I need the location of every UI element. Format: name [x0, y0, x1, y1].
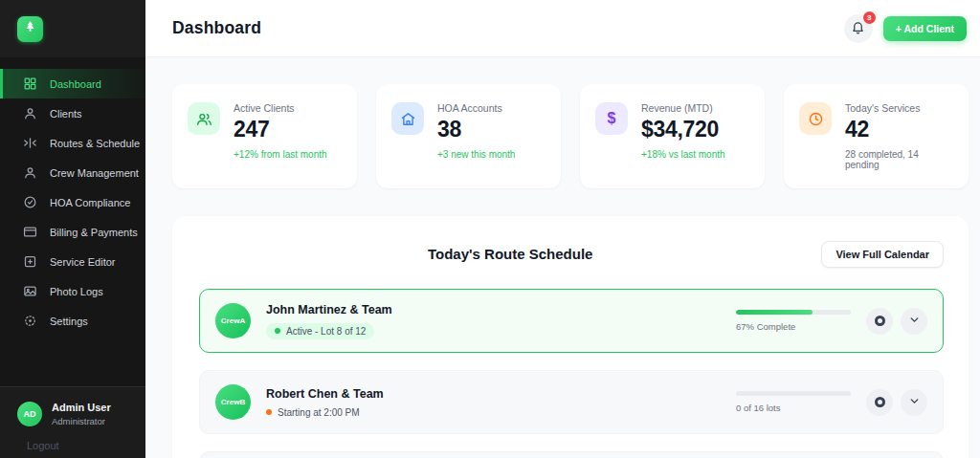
expand-button[interactable] [901, 308, 927, 335]
sidebar-item-label: Billing & Payments [50, 227, 138, 238]
sidebar-item-label: Photo Logs [50, 286, 103, 297]
stat-card: Active Clients 247 +12% from last month [172, 84, 357, 188]
locate-icon [875, 316, 885, 326]
photo-icon [23, 284, 37, 298]
stat-note: +12% from last month [234, 149, 327, 160]
stat-label: Today's Services [845, 102, 953, 114]
clock-icon [799, 102, 832, 135]
tree-icon [23, 20, 37, 38]
view-full-calendar-button[interactable]: View Full Calendar [821, 241, 944, 268]
stat-value: 38 [437, 117, 515, 142]
top-header: Dashboard 3 + Add Client [145, 0, 980, 57]
grid-icon [23, 76, 37, 91]
content-area: Active Clients 247 +12% from last month … [145, 57, 980, 458]
route-crew-name: John Martinez & Team [266, 303, 392, 316]
locate-button[interactable] [866, 389, 893, 416]
crew-avatar: CrewA [215, 303, 251, 338]
sidebar-item-settings[interactable]: Settings [0, 306, 145, 336]
sidebar-item-clients[interactable]: Clients [0, 98, 145, 128]
logout-button[interactable]: Logout [27, 440, 145, 451]
dollar-icon: $ [595, 102, 628, 135]
route-status: Starting at 2:00 PM [266, 407, 384, 418]
schedule-header: Today's Route Schedule View Full Calenda… [199, 241, 944, 268]
sidebar-item-routes-schedule[interactable]: Routes & Schedule [0, 128, 145, 158]
user-icon [23, 165, 37, 180]
stat-card: $ Revenue (MTD) $34,720 +18% vs last mon… [580, 84, 765, 188]
sidebar: Dashboard Clients Routes & Schedule Crew… [0, 0, 145, 458]
sidebar-item-hoa-compliance[interactable]: HOA Compliance [0, 187, 145, 217]
chevron-down-icon [908, 395, 921, 410]
stat-value: 247 [234, 117, 327, 142]
route-crew-name: Robert Chen & Team [266, 387, 384, 401]
stats-row: Active Clients 247 +12% from last month … [172, 84, 969, 188]
stat-label: HOA Accounts [437, 102, 515, 114]
stat-label: Revenue (MTD) [641, 102, 725, 114]
route-list: CrewA John Martinez & Team Active - Lot … [199, 289, 944, 458]
status-text: Active - Lot 8 of 12 [286, 326, 366, 337]
user-name: Admin User [52, 402, 111, 413]
route-status: Active - Lot 8 of 12 [266, 323, 392, 339]
expand-button[interactable] [901, 389, 927, 416]
page-title: Dashboard [172, 18, 261, 38]
sidebar-item-label: Crew Management [50, 167, 139, 179]
square-plus-icon [23, 254, 37, 269]
bell-icon [851, 20, 865, 37]
sidebar-item-label: Routes & Schedule [50, 138, 140, 149]
avatar: AD [17, 402, 42, 426]
route-progress: 67% Complete [736, 310, 851, 332]
stat-card: Today's Services 42 28 completed, 14 pen… [784, 84, 969, 188]
app-logo[interactable] [17, 16, 43, 42]
stat-note: +18% vs last month [641, 149, 725, 160]
sidebar-item-label: Service Editor [50, 256, 115, 268]
app-root: Dashboard Clients Routes & Schedule Crew… [0, 0, 980, 458]
locate-icon [875, 397, 885, 407]
stat-value: 42 [845, 117, 953, 142]
add-client-button[interactable]: + Add Client [883, 16, 967, 41]
stat-card: HOA Accounts 38 +3 new this month [376, 84, 561, 188]
sidebar-item-label: HOA Compliance [50, 197, 130, 208]
route-card[interactable]: CrewA John Martinez & Team Active - Lot … [199, 289, 944, 353]
sidebar-item-crew-management[interactable]: Crew Management [0, 158, 145, 187]
chevron-down-icon [908, 314, 921, 329]
sidebar-item-label: Settings [50, 316, 88, 327]
sidebar-item-label: Clients [50, 108, 82, 120]
users-icon [188, 102, 220, 135]
main-area: Dashboard 3 + Add Client Active Clients … [145, 0, 980, 458]
route-schedule-panel: Today's Route Schedule View Full Calenda… [172, 216, 969, 458]
credit-card-icon [23, 225, 37, 239]
sidebar-item-photo-logs[interactable]: Photo Logs [0, 276, 145, 306]
status-text: Starting at 2:00 PM [278, 407, 360, 418]
sidebar-item-service-editor[interactable]: Service Editor [0, 247, 145, 276]
user-role: Administrator [52, 416, 111, 426]
route-card[interactable]: CrewC David Lopez & Team [199, 451, 944, 458]
crew-avatar: CrewB [215, 384, 251, 420]
stat-note: 28 completed, 14 pending [845, 149, 953, 170]
check-circle-icon [23, 195, 37, 209]
notification-badge: 3 [863, 11, 876, 24]
progress-fill [736, 310, 813, 315]
user-profile[interactable]: AD Admin User Administrator [17, 402, 145, 426]
sidebar-item-dashboard[interactable]: Dashboard [0, 69, 145, 98]
sidebar-item-label: Dashboard [50, 78, 101, 90]
sidebar-item-billing-payments[interactable]: Billing & Payments [0, 217, 145, 247]
locate-button[interactable] [866, 308, 893, 335]
user-icon [23, 106, 37, 120]
schedule-title: Today's Route Schedule [428, 246, 593, 262]
stat-value: $34,720 [641, 117, 725, 142]
notifications-button[interactable]: 3 [844, 14, 873, 43]
sidebar-nav: Dashboard Clients Routes & Schedule Crew… [0, 57, 145, 386]
status-dot [266, 409, 272, 415]
stat-note: +3 new this month [437, 149, 515, 160]
sidebar-footer: AD Admin User Administrator Logout [0, 386, 145, 458]
sidebar-logo-area [0, 0, 145, 57]
progress-label: 67% Complete [736, 321, 851, 332]
stat-label: Active Clients [234, 102, 327, 114]
progress-label: 0 of 16 lots [736, 403, 851, 413]
status-dot [275, 328, 280, 334]
settings-icon [23, 314, 37, 328]
route-card[interactable]: CrewB Robert Chen & Team Starting at 2:0… [199, 370, 944, 434]
route-progress: 0 of 16 lots [736, 391, 851, 413]
home-icon [391, 102, 424, 135]
route-icon [23, 136, 37, 150]
